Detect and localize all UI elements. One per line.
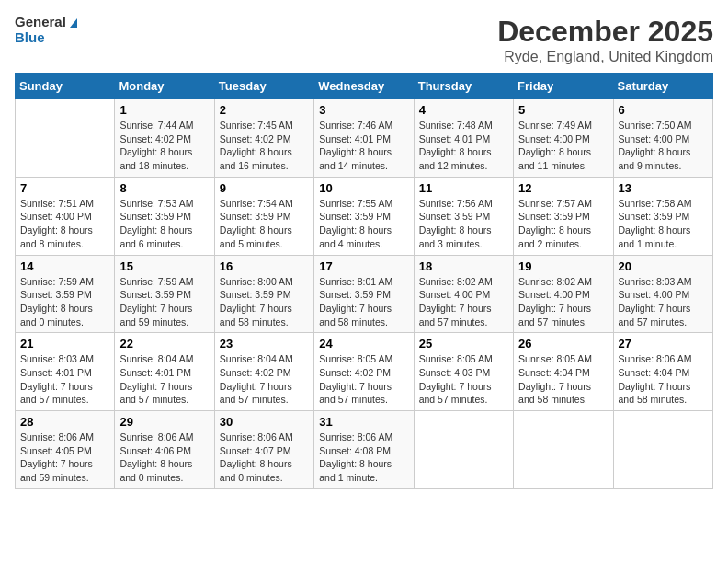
day-cell: 22Sunrise: 8:04 AM Sunset: 4:01 PM Dayli… bbox=[115, 333, 214, 411]
header: General Blue December 2025 Ryde, England… bbox=[15, 15, 713, 65]
day-number: 20 bbox=[619, 259, 708, 273]
day-number: 24 bbox=[319, 337, 408, 350]
day-info: Sunrise: 7:46 AM Sunset: 4:01 PM Dayligh… bbox=[319, 119, 408, 173]
day-cell: 9Sunrise: 7:54 AM Sunset: 3:59 PM Daylig… bbox=[214, 177, 313, 255]
day-cell: 7Sunrise: 7:51 AM Sunset: 4:00 PM Daylig… bbox=[16, 177, 115, 255]
day-cell: 3Sunrise: 7:46 AM Sunset: 4:01 PM Daylig… bbox=[314, 99, 414, 178]
day-number: 17 bbox=[319, 259, 408, 273]
calendar-header-row: SundayMondayTuesdayWednesdayThursdayFrid… bbox=[16, 74, 713, 99]
day-info: Sunrise: 7:54 AM Sunset: 3:59 PM Dayligh… bbox=[220, 197, 309, 251]
day-cell: 30Sunrise: 8:06 AM Sunset: 4:07 PM Dayli… bbox=[214, 411, 313, 489]
day-cell: 11Sunrise: 7:56 AM Sunset: 3:59 PM Dayli… bbox=[414, 177, 513, 255]
day-number: 25 bbox=[419, 337, 508, 350]
day-number: 14 bbox=[20, 259, 109, 273]
day-cell: 5Sunrise: 7:49 AM Sunset: 4:00 PM Daylig… bbox=[514, 99, 613, 178]
day-number: 16 bbox=[220, 259, 309, 273]
day-number: 6 bbox=[619, 103, 708, 117]
day-info: Sunrise: 8:05 AM Sunset: 4:03 PM Dayligh… bbox=[419, 352, 508, 407]
title-area: December 2025 Ryde, England, United King… bbox=[497, 15, 713, 65]
month-title: December 2025 bbox=[497, 15, 713, 49]
column-header-friday: Friday bbox=[514, 74, 613, 99]
day-cell: 20Sunrise: 8:03 AM Sunset: 4:00 PM Dayli… bbox=[613, 255, 712, 333]
day-cell: 8Sunrise: 7:53 AM Sunset: 3:59 PM Daylig… bbox=[115, 177, 214, 255]
day-number: 12 bbox=[518, 181, 608, 195]
day-cell: 26Sunrise: 8:05 AM Sunset: 4:04 PM Dayli… bbox=[514, 333, 613, 411]
location: Ryde, England, United Kingdom bbox=[497, 49, 713, 65]
day-info: Sunrise: 8:06 AM Sunset: 4:07 PM Dayligh… bbox=[220, 431, 309, 485]
day-cell: 21Sunrise: 8:03 AM Sunset: 4:01 PM Dayli… bbox=[16, 333, 115, 411]
day-cell: 23Sunrise: 8:04 AM Sunset: 4:02 PM Dayli… bbox=[214, 333, 313, 411]
day-number: 18 bbox=[419, 259, 508, 273]
day-info: Sunrise: 7:44 AM Sunset: 4:02 PM Dayligh… bbox=[119, 119, 209, 173]
day-number: 1 bbox=[119, 103, 209, 117]
week-row-5: 28Sunrise: 8:06 AM Sunset: 4:05 PM Dayli… bbox=[16, 411, 713, 489]
logo: General Blue bbox=[15, 15, 77, 45]
day-info: Sunrise: 8:05 AM Sunset: 4:02 PM Dayligh… bbox=[319, 352, 408, 407]
day-cell: 4Sunrise: 7:48 AM Sunset: 4:01 PM Daylig… bbox=[414, 99, 513, 178]
day-info: Sunrise: 8:06 AM Sunset: 4:08 PM Dayligh… bbox=[319, 431, 408, 485]
column-header-thursday: Thursday bbox=[414, 74, 513, 99]
day-info: Sunrise: 7:59 AM Sunset: 3:59 PM Dayligh… bbox=[119, 275, 209, 329]
calendar-table: SundayMondayTuesdayWednesdayThursdayFrid… bbox=[15, 73, 713, 489]
column-header-saturday: Saturday bbox=[613, 74, 712, 99]
day-info: Sunrise: 7:51 AM Sunset: 4:00 PM Dayligh… bbox=[20, 197, 109, 251]
day-info: Sunrise: 7:49 AM Sunset: 4:00 PM Dayligh… bbox=[518, 119, 608, 173]
day-number: 9 bbox=[220, 181, 309, 195]
column-header-tuesday: Tuesday bbox=[214, 74, 313, 99]
day-cell: 24Sunrise: 8:05 AM Sunset: 4:02 PM Dayli… bbox=[314, 333, 414, 411]
day-cell: 27Sunrise: 8:06 AM Sunset: 4:04 PM Dayli… bbox=[613, 333, 712, 411]
day-info: Sunrise: 8:03 AM Sunset: 4:01 PM Dayligh… bbox=[20, 352, 109, 407]
column-header-sunday: Sunday bbox=[16, 74, 115, 99]
day-number: 15 bbox=[119, 259, 209, 273]
day-cell: 13Sunrise: 7:58 AM Sunset: 3:59 PM Dayli… bbox=[613, 177, 712, 255]
day-info: Sunrise: 7:59 AM Sunset: 3:59 PM Dayligh… bbox=[20, 275, 109, 329]
day-number: 22 bbox=[119, 337, 209, 350]
day-number: 30 bbox=[220, 415, 309, 429]
logo-line2: Blue bbox=[15, 30, 77, 46]
day-info: Sunrise: 8:02 AM Sunset: 4:00 PM Dayligh… bbox=[419, 275, 508, 329]
day-info: Sunrise: 8:00 AM Sunset: 3:59 PM Dayligh… bbox=[220, 275, 309, 329]
day-number: 2 bbox=[220, 103, 309, 117]
day-cell: 12Sunrise: 7:57 AM Sunset: 3:59 PM Dayli… bbox=[514, 177, 613, 255]
day-cell bbox=[514, 411, 613, 489]
day-info: Sunrise: 7:50 AM Sunset: 4:00 PM Dayligh… bbox=[619, 119, 708, 173]
day-info: Sunrise: 8:04 AM Sunset: 4:02 PM Dayligh… bbox=[220, 352, 309, 407]
day-cell: 6Sunrise: 7:50 AM Sunset: 4:00 PM Daylig… bbox=[613, 99, 712, 178]
day-number: 31 bbox=[319, 415, 408, 429]
day-cell bbox=[613, 411, 712, 489]
day-number: 7 bbox=[20, 181, 109, 195]
day-number: 5 bbox=[518, 103, 608, 117]
day-cell: 19Sunrise: 8:02 AM Sunset: 4:00 PM Dayli… bbox=[514, 255, 613, 333]
day-number: 26 bbox=[518, 337, 608, 350]
day-cell: 14Sunrise: 7:59 AM Sunset: 3:59 PM Dayli… bbox=[16, 255, 115, 333]
day-info: Sunrise: 8:03 AM Sunset: 4:00 PM Dayligh… bbox=[619, 275, 708, 329]
week-row-2: 7Sunrise: 7:51 AM Sunset: 4:00 PM Daylig… bbox=[16, 177, 713, 255]
day-cell: 17Sunrise: 8:01 AM Sunset: 3:59 PM Dayli… bbox=[314, 255, 414, 333]
day-number: 27 bbox=[619, 337, 708, 350]
day-number: 29 bbox=[119, 415, 209, 429]
day-info: Sunrise: 7:48 AM Sunset: 4:01 PM Dayligh… bbox=[419, 119, 508, 173]
day-cell: 15Sunrise: 7:59 AM Sunset: 3:59 PM Dayli… bbox=[115, 255, 214, 333]
day-info: Sunrise: 7:57 AM Sunset: 3:59 PM Dayligh… bbox=[518, 197, 608, 251]
day-number: 10 bbox=[319, 181, 408, 195]
day-cell: 16Sunrise: 8:00 AM Sunset: 3:59 PM Dayli… bbox=[214, 255, 313, 333]
day-cell: 28Sunrise: 8:06 AM Sunset: 4:05 PM Dayli… bbox=[16, 411, 115, 489]
day-info: Sunrise: 7:58 AM Sunset: 3:59 PM Dayligh… bbox=[619, 197, 708, 251]
day-info: Sunrise: 7:56 AM Sunset: 3:59 PM Dayligh… bbox=[419, 197, 508, 251]
day-number: 23 bbox=[220, 337, 309, 350]
column-header-monday: Monday bbox=[115, 74, 214, 99]
logo-line1: General bbox=[15, 15, 77, 30]
day-number: 4 bbox=[419, 103, 508, 117]
column-header-wednesday: Wednesday bbox=[314, 74, 414, 99]
day-number: 19 bbox=[518, 259, 608, 273]
week-row-4: 21Sunrise: 8:03 AM Sunset: 4:01 PM Dayli… bbox=[16, 333, 713, 411]
logo-container: General Blue bbox=[15, 15, 77, 45]
day-number: 3 bbox=[319, 103, 408, 117]
day-number: 28 bbox=[20, 415, 109, 429]
day-number: 8 bbox=[119, 181, 209, 195]
day-cell bbox=[414, 411, 513, 489]
day-number: 21 bbox=[20, 337, 109, 350]
day-info: Sunrise: 8:06 AM Sunset: 4:05 PM Dayligh… bbox=[20, 431, 109, 485]
day-info: Sunrise: 8:04 AM Sunset: 4:01 PM Dayligh… bbox=[119, 352, 209, 407]
day-info: Sunrise: 7:53 AM Sunset: 3:59 PM Dayligh… bbox=[119, 197, 209, 251]
